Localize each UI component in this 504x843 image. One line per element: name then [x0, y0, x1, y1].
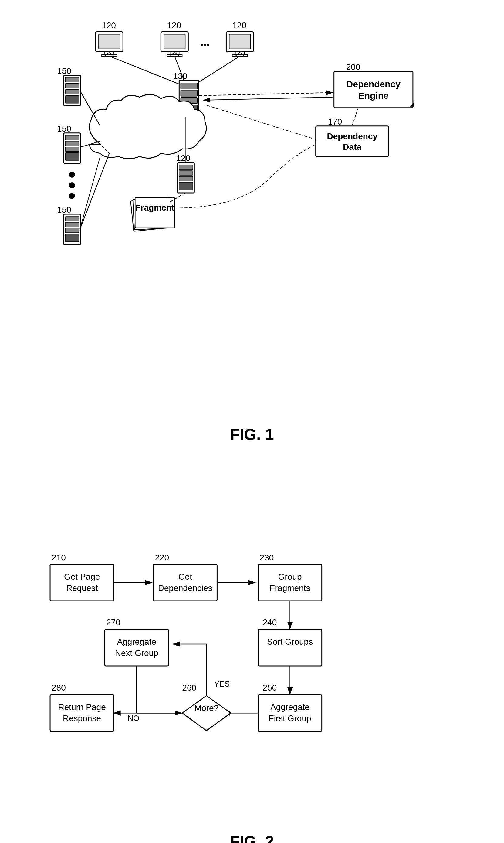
n210-text: Get Page	[64, 572, 100, 582]
svg-line-21	[194, 56, 240, 85]
svg-rect-43	[65, 217, 79, 221]
ref-170: 170	[328, 117, 342, 126]
svg-line-59	[203, 97, 332, 100]
fragment-label: Fragment	[135, 203, 174, 212]
n220-text: Get	[178, 572, 192, 582]
svg-rect-45	[65, 228, 79, 233]
dep-engine-label: Dependency	[346, 79, 401, 89]
svg-rect-46	[65, 234, 79, 241]
svg-rect-83	[105, 630, 168, 666]
svg-point-39	[69, 172, 75, 178]
ref-230: 230	[260, 553, 274, 562]
svg-point-40	[69, 182, 75, 188]
svg-line-66	[205, 105, 316, 140]
ref-220: 220	[155, 553, 169, 562]
ref-120b: 120	[167, 21, 181, 30]
ref-120a: 120	[102, 21, 116, 30]
svg-marker-80	[182, 696, 231, 730]
no-label: NO	[127, 713, 139, 723]
ref-150c: 150	[57, 205, 71, 214]
dep-engine-label2: Engine	[358, 90, 389, 101]
n250-text2: First Group	[269, 713, 311, 723]
svg-rect-35	[65, 141, 79, 146]
svg-rect-60	[316, 126, 389, 156]
svg-rect-72	[153, 564, 217, 601]
n230-text: Group	[278, 572, 302, 582]
svg-rect-36	[65, 147, 79, 152]
svg-rect-56	[334, 71, 413, 108]
ref-260: 260	[182, 683, 196, 692]
dep-data-label2: Data	[343, 142, 361, 152]
ref-150b: 150	[57, 124, 71, 133]
svg-rect-52	[179, 182, 193, 190]
n240-text: Sort Groups	[267, 637, 313, 647]
ref-130: 130	[173, 71, 187, 81]
fig1-label: FIG. 1	[24, 425, 480, 444]
svg-rect-87	[50, 695, 114, 731]
fig2-diagram: 210 Get Page Request 220 Get Dependencie…	[24, 468, 480, 832]
svg-line-32	[80, 90, 100, 126]
svg-rect-64	[135, 197, 175, 228]
ref-200: 200	[346, 62, 360, 72]
svg-rect-74	[258, 564, 322, 601]
svg-rect-23	[181, 83, 197, 89]
svg-rect-50	[179, 171, 193, 175]
n280-text2: Response	[63, 713, 101, 723]
svg-rect-76	[258, 630, 322, 666]
svg-rect-1	[98, 34, 120, 49]
svg-rect-28	[65, 78, 79, 82]
ref-120d: 120	[176, 153, 190, 163]
svg-line-61	[352, 108, 358, 125]
yes-label: YES	[214, 679, 230, 688]
svg-line-55	[80, 156, 100, 229]
svg-rect-14	[229, 34, 250, 49]
fig2-label: FIG. 2	[24, 832, 480, 843]
svg-rect-51	[179, 176, 193, 181]
svg-rect-37	[65, 153, 79, 160]
ref-150a: 150	[57, 66, 71, 76]
ref-210: 210	[52, 553, 66, 562]
n270-text: Aggregate	[117, 637, 156, 647]
ref-120c: 120	[232, 21, 246, 30]
svg-rect-44	[65, 222, 79, 227]
svg-rect-49	[179, 165, 193, 170]
n270-text2: Next Group	[115, 648, 158, 658]
n250-text: Aggregate	[270, 702, 309, 712]
ref-280: 280	[52, 683, 66, 692]
svg-rect-34	[65, 136, 79, 140]
svg-rect-78	[258, 695, 322, 731]
svg-rect-70	[50, 564, 114, 601]
dep-data-label: Dependency	[327, 132, 377, 141]
svg-rect-29	[65, 84, 79, 88]
n230-text2: Fragments	[270, 583, 310, 593]
ref-270: 270	[106, 618, 121, 627]
svg-rect-7	[164, 34, 185, 49]
svg-point-41	[69, 193, 75, 199]
ref-250: 250	[263, 683, 277, 692]
page: 120 120 120 ···	[0, 0, 504, 843]
ref-240: 240	[263, 618, 277, 627]
svg-rect-30	[65, 90, 79, 94]
fig1-diagram: 120 120 120 ···	[24, 12, 480, 407]
n280-text: Return Page	[58, 702, 106, 712]
svg-rect-31	[65, 96, 79, 103]
svg-line-58	[199, 93, 332, 96]
svg-text:···: ···	[200, 38, 209, 51]
n210-text2: Request	[66, 583, 98, 593]
svg-line-47	[80, 153, 109, 229]
svg-rect-24	[181, 90, 197, 96]
n260-text: More?	[195, 703, 218, 713]
n220-text2: Dependencies	[158, 583, 212, 593]
